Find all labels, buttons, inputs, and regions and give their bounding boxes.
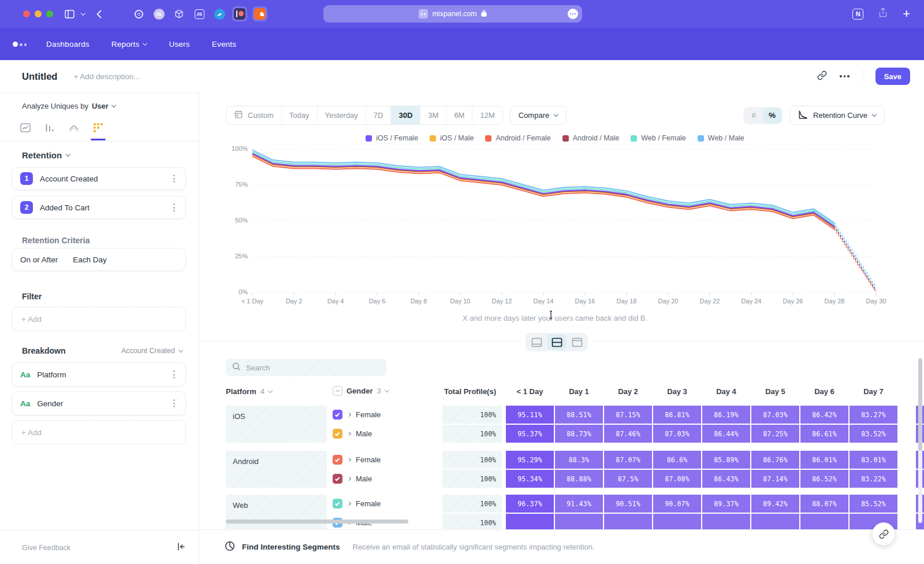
retention-value-cell[interactable]: 86.6% bbox=[653, 451, 701, 469]
breakdown-menu-icon[interactable] bbox=[171, 397, 177, 410]
retention-value-cell[interactable]: 86.01% bbox=[800, 451, 848, 469]
compare-button[interactable]: Compare bbox=[510, 106, 567, 125]
expand-row-icon[interactable] bbox=[347, 477, 351, 481]
range-30d[interactable]: 30D bbox=[390, 106, 420, 124]
retention-value-cell[interactable]: 86.76% bbox=[751, 451, 799, 469]
retention-value-cell[interactable]: 86.42% bbox=[800, 406, 848, 424]
retention-step-card[interactable]: 2Added To Cart bbox=[12, 196, 186, 219]
criteria-interval-select[interactable]: Each Day bbox=[73, 255, 107, 264]
bird-extension-icon[interactable] bbox=[212, 6, 227, 21]
retention-value-cell[interactable]: 86.19% bbox=[702, 406, 750, 424]
checkbox-checked[interactable] bbox=[333, 455, 342, 465]
m-avatar-extension-icon[interactable]: m bbox=[151, 6, 166, 21]
collapse-sidebar-icon[interactable] bbox=[177, 543, 185, 553]
retention-value-cell[interactable]: 90.07% bbox=[653, 495, 701, 513]
retention-value-cell[interactable]: 90.51% bbox=[604, 495, 652, 513]
platform-cell-ios[interactable]: iOS bbox=[226, 406, 327, 443]
legend-item[interactable]: Web / Female bbox=[631, 134, 686, 142]
retention-value-cell[interactable]: 87.25% bbox=[751, 425, 799, 443]
percent-mode-button[interactable]: % bbox=[763, 108, 781, 123]
copy-link-icon[interactable] bbox=[817, 70, 827, 83]
page-actions-icon[interactable] bbox=[568, 9, 578, 19]
legend-item[interactable]: iOS / Male bbox=[430, 134, 474, 142]
breakdown-card[interactable]: AaGender bbox=[12, 391, 186, 415]
checkbox-checked[interactable] bbox=[333, 474, 342, 484]
retention-value-cell[interactable]: 87.15% bbox=[604, 406, 652, 424]
share-icon[interactable] bbox=[878, 8, 888, 20]
tab-retention[interactable] bbox=[92, 122, 104, 133]
retention-value-cell[interactable]: 87.5% bbox=[604, 470, 652, 488]
share-link-floating-button[interactable] bbox=[872, 522, 895, 546]
retention-value-cell[interactable]: 88.51% bbox=[555, 406, 603, 424]
retention-value-cell[interactable] bbox=[653, 514, 701, 529]
nav-item-users[interactable]: Users bbox=[169, 40, 189, 49]
retention-value-cell[interactable]: 87.14% bbox=[751, 470, 799, 488]
expand-row-icon[interactable] bbox=[347, 458, 351, 462]
breakdown-scope-select[interactable]: Account Created bbox=[121, 347, 182, 355]
retention-value-cell[interactable]: 86.43% bbox=[702, 470, 750, 488]
add-description-button[interactable]: + Add description... bbox=[73, 72, 140, 81]
retention-value-cell[interactable]: 86.81% bbox=[653, 406, 701, 424]
more-options-icon[interactable] bbox=[840, 75, 850, 77]
add-filter-button[interactable]: + Add bbox=[12, 307, 186, 331]
soundcloud-extension-icon[interactable] bbox=[252, 6, 267, 21]
address-bar[interactable]: mixpanel.com bbox=[323, 5, 582, 23]
chart-type-select[interactable]: Retention Curve bbox=[789, 106, 885, 125]
retention-value-cell[interactable]: 83.01% bbox=[850, 451, 897, 469]
minimize-window-button[interactable] bbox=[35, 10, 42, 17]
retention-value-cell[interactable] bbox=[702, 514, 750, 529]
range-custom[interactable]: Custom bbox=[226, 106, 281, 124]
close-window-button[interactable] bbox=[23, 10, 30, 17]
retention-value-cell[interactable]: 95.37% bbox=[506, 425, 554, 443]
step-menu-icon[interactable] bbox=[171, 201, 177, 214]
retention-value-cell[interactable] bbox=[506, 514, 554, 529]
chevron-down-icon[interactable] bbox=[81, 10, 85, 15]
sidebar-toggle-icon[interactable] bbox=[65, 10, 74, 18]
range-yesterday[interactable]: Yesterday bbox=[317, 106, 366, 124]
notion-extension-icon[interactable]: N bbox=[852, 9, 863, 20]
retention-value-cell[interactable]: 83.27% bbox=[850, 406, 897, 424]
cube-extension-icon[interactable] bbox=[172, 6, 187, 21]
retention-value-cell[interactable]: 85.89% bbox=[702, 451, 750, 469]
table-search-input[interactable] bbox=[246, 363, 373, 372]
retention-section-heading[interactable]: Retention bbox=[22, 150, 70, 160]
gender-row-female[interactable]: Female bbox=[333, 495, 437, 513]
add-breakdown-button[interactable]: + Add bbox=[12, 420, 186, 444]
retention-value-cell[interactable]: 87.07% bbox=[604, 451, 652, 469]
retention-value-cell[interactable]: 88.07% bbox=[800, 495, 848, 513]
retention-value-cell[interactable]: 85.52% bbox=[850, 495, 897, 513]
platform-cell-android[interactable]: Android bbox=[226, 451, 327, 488]
retention-value-cell[interactable] bbox=[604, 514, 652, 529]
gender-row-female[interactable]: Female bbox=[333, 451, 437, 469]
range-today[interactable]: Today bbox=[281, 106, 317, 124]
tab-insights[interactable] bbox=[20, 122, 31, 133]
scrollbar-thumb[interactable] bbox=[918, 358, 922, 451]
range-6m[interactable]: 6M bbox=[446, 106, 472, 124]
js-extension-icon[interactable]: JS bbox=[192, 6, 207, 21]
indeterminate-checkbox[interactable] bbox=[333, 386, 342, 396]
gender-column-header[interactable]: Gender3 bbox=[333, 386, 389, 396]
retention-value-cell[interactable]: 86.44% bbox=[702, 425, 750, 443]
expand-row-icon[interactable] bbox=[347, 413, 351, 417]
retention-value-cell[interactable]: 88.73% bbox=[555, 425, 603, 443]
layout-chart-major-button[interactable] bbox=[527, 335, 546, 350]
retention-value-cell[interactable]: 95.11% bbox=[506, 406, 554, 424]
retention-value-cell[interactable]: 95.29% bbox=[506, 451, 554, 469]
nav-item-reports[interactable]: Reports bbox=[111, 40, 147, 49]
retention-value-cell[interactable]: 83.52% bbox=[850, 425, 897, 443]
expand-row-icon[interactable] bbox=[347, 432, 351, 436]
legend-item[interactable]: Web / Male bbox=[698, 134, 744, 142]
retention-value-cell[interactable]: 86.52% bbox=[800, 470, 848, 488]
retention-value-cell[interactable]: 95.34% bbox=[506, 470, 554, 488]
analyze-entity-select[interactable]: User bbox=[92, 102, 116, 110]
layout-table-major-button[interactable] bbox=[568, 335, 586, 350]
criteria-type-select[interactable]: On or After bbox=[20, 255, 58, 264]
new-tab-icon[interactable]: + bbox=[903, 8, 910, 20]
table-search[interactable] bbox=[226, 359, 386, 376]
legend-item[interactable]: Android / Male bbox=[562, 134, 620, 142]
retention-step-card[interactable]: 1Account Created bbox=[12, 167, 186, 190]
range-12m[interactable]: 12M bbox=[472, 106, 502, 124]
retention-value-cell[interactable] bbox=[751, 514, 799, 529]
retention-value-cell[interactable]: 96.37% bbox=[506, 495, 554, 513]
retention-value-cell[interactable]: 87.03% bbox=[751, 406, 799, 424]
